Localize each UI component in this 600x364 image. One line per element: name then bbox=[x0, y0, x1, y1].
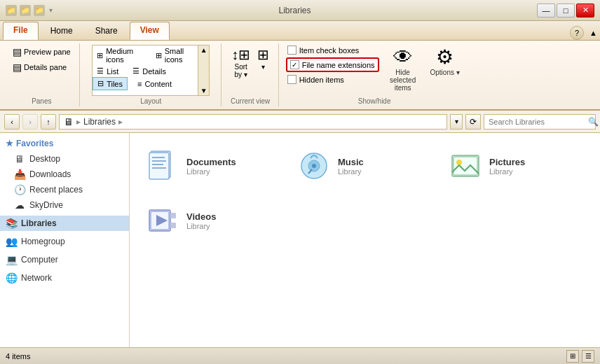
homegroup-icon: 👥 bbox=[6, 236, 17, 247]
ribbon-group-show-hide: Item check boxes ✓ File name extensions … bbox=[280, 43, 469, 106]
view-options-icon: ⊞ bbox=[257, 46, 269, 63]
sidebar-item-libraries[interactable]: 📚 Libraries bbox=[0, 216, 129, 231]
scroll-down-icon[interactable]: ▼ bbox=[200, 87, 207, 94]
sidebar-section-network: 🌐 Network bbox=[0, 270, 129, 286]
maximize-button[interactable]: □ bbox=[557, 4, 575, 18]
sidebar-item-desktop[interactable]: 🖥 Desktop bbox=[0, 151, 129, 167]
quick-access-arrow[interactable]: ▾ bbox=[49, 6, 53, 14]
tab-file[interactable]: File bbox=[3, 22, 39, 40]
back-button[interactable]: ‹ bbox=[4, 114, 20, 130]
quick-access-1[interactable]: 📁 bbox=[20, 5, 31, 16]
options-button[interactable]: ⚙ Options ▾ bbox=[427, 45, 463, 79]
library-item-pictures[interactable]: Pictures Library bbox=[444, 144, 584, 188]
refresh-button[interactable]: ⟳ bbox=[465, 114, 481, 130]
search-icon[interactable]: 🔍 bbox=[588, 117, 599, 127]
panes-group-label: Panes bbox=[32, 97, 51, 105]
file-name-extensions-checkbox[interactable]: ✓ bbox=[290, 60, 299, 69]
show-hide-label: Show/hide bbox=[358, 97, 391, 105]
current-view-label: Current view bbox=[231, 97, 270, 105]
sidebar-section-computer: 💻 Computer bbox=[0, 252, 129, 267]
preview-pane-button[interactable]: ▤ Preview pane bbox=[10, 45, 74, 59]
preview-pane-icon: ▤ bbox=[13, 46, 22, 57]
tab-share[interactable]: Share bbox=[85, 22, 128, 40]
favorites-label: Favorites bbox=[16, 139, 53, 148]
close-button[interactable]: ✕ bbox=[576, 4, 594, 18]
sidebar-item-skydrive[interactable]: ☁ SkyDrive bbox=[0, 197, 129, 213]
libraries-folder-icon: 📚 bbox=[6, 218, 17, 229]
favorites-icon: ★ bbox=[6, 139, 13, 148]
large-icons-view-button[interactable]: ⊞ bbox=[566, 350, 579, 363]
ribbon-collapse-button[interactable]: ▲ bbox=[587, 26, 600, 40]
sidebar-item-recent-places[interactable]: 🕐 Recent places bbox=[0, 182, 129, 197]
svg-rect-1 bbox=[149, 153, 169, 179]
item-check-boxes-checkbox[interactable] bbox=[287, 46, 296, 55]
sort-icon: ↕⊞ bbox=[231, 46, 250, 63]
search-box[interactable]: 🔍 bbox=[484, 114, 596, 130]
path-libraries[interactable]: Libraries bbox=[83, 117, 116, 127]
sort-by-button[interactable]: ↕⊞ Sortby ▾ bbox=[230, 45, 252, 80]
item-check-boxes-row: Item check boxes bbox=[286, 45, 379, 55]
minimize-button[interactable]: — bbox=[537, 4, 555, 18]
hide-selected-icon: 👁 bbox=[393, 48, 413, 67]
options-label: Options ▾ bbox=[430, 69, 459, 76]
sidebar-item-network[interactable]: 🌐 Network bbox=[0, 270, 129, 286]
main-content: ★ Favorites 🖥 Desktop 📥 Downloads 🕐 Rece… bbox=[0, 133, 600, 347]
details-pane-button[interactable]: ▤ Details pane bbox=[10, 60, 69, 74]
tiles-icon: ⊟ bbox=[97, 79, 104, 88]
ribbon-group-panes: ▤ Preview pane ▤ Details pane Panes bbox=[4, 43, 80, 106]
svg-rect-10 bbox=[454, 157, 477, 175]
window-title: Libraries bbox=[278, 6, 311, 15]
checkboxes-container: Item check boxes ✓ File name extensions … bbox=[286, 45, 379, 85]
network-icon: 🌐 bbox=[6, 272, 17, 284]
details-view-button[interactable]: ☰ bbox=[582, 350, 594, 363]
library-item-music[interactable]: Music Library bbox=[292, 144, 432, 188]
scroll-up-icon[interactable]: ▲ bbox=[200, 46, 207, 54]
pictures-name: Pictures bbox=[489, 157, 525, 167]
library-item-videos[interactable]: Videos Library bbox=[141, 199, 281, 242]
layout-group-label: Layout bbox=[140, 97, 161, 105]
help-button[interactable]: ? bbox=[570, 26, 584, 40]
layout-list[interactable]: ☰ List bbox=[93, 65, 123, 77]
layout-scrollbar[interactable]: ▲ ▼ bbox=[198, 46, 209, 95]
search-input[interactable] bbox=[489, 118, 585, 126]
library-item-documents[interactable]: Documents Library bbox=[141, 144, 281, 188]
tab-home[interactable]: Home bbox=[40, 22, 83, 40]
forward-button[interactable]: › bbox=[22, 114, 38, 130]
quick-access-2[interactable]: 📁 bbox=[34, 5, 45, 16]
file-name-extensions-row: ✓ File name extensions bbox=[286, 57, 379, 72]
path-dropdown-button[interactable]: ▾ bbox=[450, 114, 463, 130]
tab-view[interactable]: View bbox=[130, 22, 170, 40]
hidden-items-label: Hidden items bbox=[299, 76, 344, 84]
downloads-icon: 📥 bbox=[14, 169, 25, 180]
title-bar-icons: 📁 📁 📁 ▾ bbox=[6, 5, 53, 16]
videos-name: Videos bbox=[186, 211, 216, 222]
music-icon bbox=[297, 149, 331, 183]
hidden-items-checkbox[interactable] bbox=[287, 75, 296, 84]
music-name: Music bbox=[338, 157, 364, 167]
downloads-label: Downloads bbox=[29, 169, 71, 179]
status-bar: 4 items ⊞ ☰ bbox=[0, 347, 600, 364]
sidebar-item-homegroup[interactable]: 👥 Homegroup bbox=[0, 234, 129, 249]
window-controls[interactable]: — □ ✕ bbox=[537, 4, 594, 18]
layout-tiles[interactable]: ⊟ Tiles bbox=[93, 77, 128, 90]
file-name-extensions-label: File name extensions bbox=[302, 61, 375, 69]
layout-list-container: ⊞ Medium icons ⊞ Small icons ☰ List bbox=[92, 45, 210, 96]
up-button[interactable]: ↑ bbox=[41, 114, 56, 130]
sidebar-item-computer[interactable]: 💻 Computer bbox=[0, 252, 129, 267]
status-view-buttons: ⊞ ☰ bbox=[566, 350, 594, 363]
address-path[interactable]: 🖥 ▸ Libraries ▸ bbox=[59, 114, 447, 130]
libraries-label: Libraries bbox=[21, 218, 57, 228]
layout-medium-icons[interactable]: ⊞ Medium icons bbox=[93, 46, 146, 65]
hide-selected-button[interactable]: 👁 Hide selecteditems bbox=[385, 45, 421, 94]
skydrive-icon: ☁ bbox=[14, 200, 25, 211]
skydrive-label: SkyDrive bbox=[29, 200, 63, 210]
videos-icon bbox=[146, 204, 179, 237]
view-options-button[interactable]: ⊞ ▾ bbox=[256, 45, 271, 72]
layout-small-icons[interactable]: ⊞ Small icons bbox=[151, 46, 198, 65]
sidebar-item-downloads[interactable]: 📥 Downloads bbox=[0, 167, 129, 182]
layout-details[interactable]: ☰ Details bbox=[128, 65, 170, 77]
layout-content[interactable]: ≡ Content bbox=[133, 77, 176, 90]
tiles-label: Tiles bbox=[107, 80, 123, 88]
sidebar-header-favorites[interactable]: ★ Favorites bbox=[0, 136, 129, 151]
pictures-type: Library bbox=[489, 167, 525, 176]
